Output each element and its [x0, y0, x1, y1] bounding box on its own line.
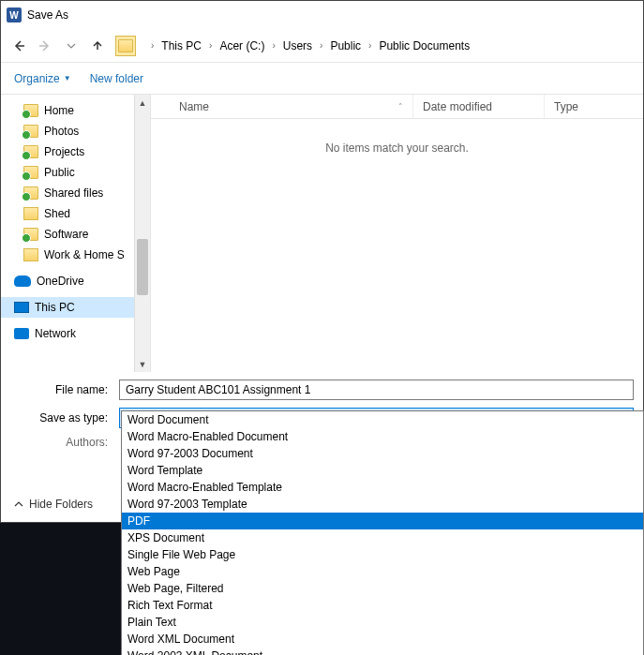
tree-label: Shared files — [44, 186, 103, 200]
network-icon — [14, 328, 29, 339]
people-icon — [23, 207, 38, 220]
crumb[interactable]: Acer (C:) — [216, 37, 268, 54]
dropdown-option[interactable]: Single File Web Page — [122, 546, 643, 563]
breadcrumb[interactable]: › This PC › Acer (C:) › Users › Public ›… — [145, 35, 634, 57]
chevron-right-icon: › — [270, 40, 277, 51]
crumb[interactable]: Public — [326, 37, 365, 54]
chevron-right-icon: › — [367, 40, 373, 51]
tree-label: This PC — [35, 301, 75, 314]
folder-icon — [118, 39, 133, 52]
people-icon — [23, 248, 38, 261]
tree-item[interactable]: Software — [1, 224, 150, 245]
dropdown-option[interactable]: Rich Text Format — [122, 597, 643, 614]
tree-label: Software — [44, 228, 88, 241]
column-date[interactable]: Date modified — [413, 95, 545, 118]
folder-icon — [23, 186, 38, 200]
dropdown-option[interactable]: Word 97-2003 Document — [122, 445, 643, 462]
chevron-up-icon — [14, 499, 23, 509]
back-button[interactable] — [10, 37, 27, 54]
sort-indicator-icon: ˄ — [398, 102, 403, 112]
hide-folders-label: Hide Folders — [29, 498, 93, 511]
authors-label: Authors: — [10, 436, 113, 449]
onedrive-icon — [14, 275, 31, 287]
file-list-area: Name ˄ Date modified Type No items match… — [151, 95, 643, 372]
column-headers[interactable]: Name ˄ Date modified Type — [151, 95, 643, 119]
navigation-tree[interactable]: HomePhotosProjectsPublicShared filesShed… — [1, 95, 151, 372]
column-name[interactable]: Name ˄ — [170, 95, 413, 118]
forward-button[interactable] — [37, 37, 53, 54]
dropdown-option[interactable]: Word XML Document — [122, 631, 643, 648]
dialog-title: Save As — [27, 8, 68, 22]
dropdown-option[interactable]: Word Template — [122, 462, 643, 479]
organize-label: Organize — [14, 72, 60, 85]
dropdown-option[interactable]: Word 97-2003 Template — [122, 496, 643, 513]
tree-label: Network — [35, 327, 76, 340]
dropdown-option[interactable]: Plain Text — [122, 614, 643, 631]
chevron-right-icon: › — [149, 40, 156, 51]
address-bar-icon[interactable] — [115, 36, 136, 56]
scroll-thumb[interactable] — [137, 239, 148, 295]
save-as-type-label: Save as type: — [10, 411, 113, 424]
tree-item[interactable]: Shared files — [1, 183, 150, 203]
crumb[interactable]: Public Documents — [375, 37, 473, 54]
filename-label: File name: — [10, 383, 113, 396]
scroll-up-button[interactable]: ▲ — [135, 95, 150, 111]
folder-icon — [23, 125, 38, 138]
tree-label: Shed — [44, 207, 70, 220]
pc-icon — [14, 302, 29, 313]
recent-locations-button[interactable] — [63, 37, 80, 54]
up-button[interactable] — [89, 37, 106, 54]
folder-icon — [23, 228, 38, 241]
scroll-down-button[interactable]: ▼ — [135, 356, 150, 372]
dropdown-option[interactable]: Word Macro-Enabled Template — [122, 479, 643, 496]
tree-this-pc[interactable]: This PC — [1, 297, 150, 318]
toolbar: Organize ▼ New folder — [1, 63, 643, 95]
tree-item[interactable]: Projects — [1, 141, 150, 162]
tree-item[interactable]: Public — [1, 162, 150, 183]
chevron-right-icon: › — [207, 40, 214, 51]
tree-network[interactable]: Network — [1, 323, 150, 344]
tree-label: OneDrive — [37, 275, 84, 288]
tree-label: Public — [44, 166, 75, 179]
crumb[interactable]: Users — [279, 37, 316, 54]
dropdown-option[interactable]: PDF — [122, 513, 643, 529]
column-type[interactable]: Type — [545, 95, 643, 118]
folder-icon — [23, 104, 38, 117]
tree-item[interactable]: Home — [1, 100, 150, 121]
tree-label: Home — [44, 104, 74, 117]
tree-item[interactable]: Photos — [1, 121, 150, 141]
chevron-right-icon: › — [318, 40, 324, 51]
folder-icon — [23, 166, 38, 179]
nav-bar: › This PC › Acer (C:) › Users › Public ›… — [1, 29, 643, 63]
tree-label: Projects — [44, 145, 84, 158]
dropdown-option[interactable]: Web Page, Filtered — [122, 580, 643, 597]
dropdown-option[interactable]: Word Document — [122, 411, 643, 428]
tree-item[interactable]: Shed — [1, 203, 150, 224]
tree-label: Photos — [44, 125, 79, 138]
save-as-type-dropdown[interactable]: Word DocumentWord Macro-Enabled Document… — [121, 410, 644, 655]
new-folder-button[interactable]: New folder — [90, 72, 143, 85]
main-area: HomePhotosProjectsPublicShared filesShed… — [1, 95, 643, 372]
chevron-down-icon: ▼ — [64, 74, 71, 82]
filename-input[interactable] — [119, 380, 634, 400]
column-label: Name — [179, 100, 209, 113]
tree-scrollbar[interactable]: ▲ ▼ — [134, 95, 150, 372]
crumb[interactable]: This PC — [157, 37, 205, 54]
empty-message: No items match your search. — [151, 119, 643, 372]
dropdown-option[interactable]: Web Page — [122, 563, 643, 580]
dropdown-option[interactable]: Word Macro-Enabled Document — [122, 428, 643, 445]
titlebar: W Save As — [1, 1, 643, 29]
dropdown-option[interactable]: XPS Document — [122, 529, 643, 546]
tree-onedrive[interactable]: OneDrive — [1, 271, 150, 291]
tree-item[interactable]: Work & Home S — [1, 245, 150, 265]
dropdown-option[interactable]: Word 2003 XML Document — [122, 648, 643, 655]
word-icon: W — [7, 7, 22, 22]
tree-label: Work & Home S — [44, 248, 125, 261]
organize-button[interactable]: Organize ▼ — [14, 72, 71, 85]
hide-folders-button[interactable]: Hide Folders — [14, 498, 93, 511]
folder-icon — [23, 145, 38, 158]
